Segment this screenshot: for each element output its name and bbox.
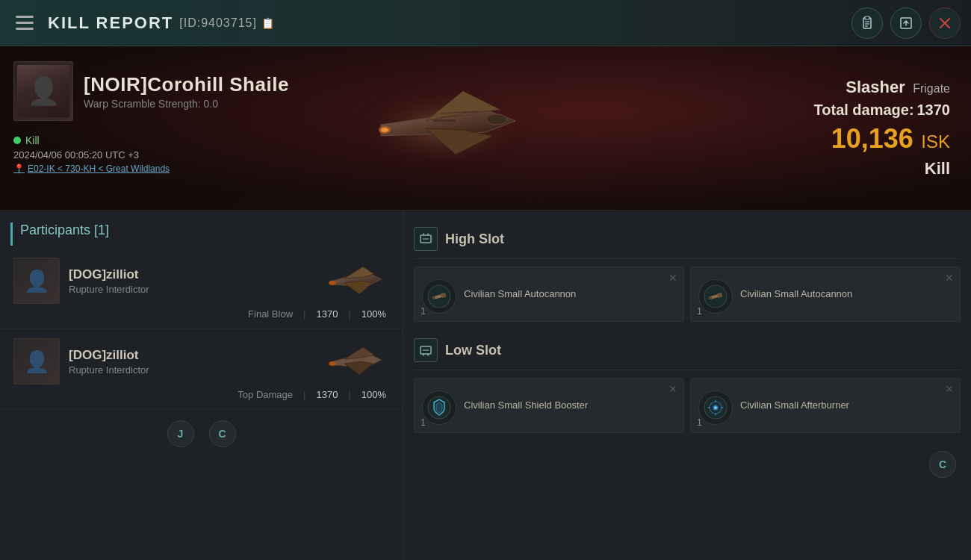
module-qty-1: 1 <box>421 306 426 317</box>
pilot-name: [NOIR]Corohill Shaile <box>84 73 289 96</box>
low-slot-modules: 1 Civilian Small Shield Booster ✕ 1 <box>414 378 961 433</box>
participants-panel: Participants [1] [DOG]zilliot Rupture In… <box>0 211 403 560</box>
ship-classification: Slasher Frigate <box>814 78 950 97</box>
participant-damage-2: 1370 <box>316 389 338 400</box>
kill-result: Kill <box>814 159 950 178</box>
header-bar: KILL REPORT [ID:9403715] 📋 <box>0 0 971 46</box>
ship-icon-1 <box>322 261 389 302</box>
participant-pct-1: 100% <box>362 308 386 320</box>
location-pin-icon: 📍 <box>13 164 25 174</box>
participant-info-1: [DOG]zilliot Rupture Interdictor <box>69 267 313 295</box>
participant-ship-icon-2 <box>322 341 389 382</box>
high-slot-label: High Slot <box>445 231 504 247</box>
module-name-autocannon-2: Civilian Small Autocannon <box>740 287 852 301</box>
high-slot-icon <box>414 227 438 251</box>
close-icon <box>938 16 952 30</box>
participant-role-1: Final Blow <box>248 308 293 320</box>
low-slot-label: Low Slot <box>445 343 501 358</box>
module-qty-3: 1 <box>421 417 426 428</box>
participant-card: [DOG]zilliot Rupture Interdictor <box>0 249 403 329</box>
kill-badge: Kill <box>13 134 315 146</box>
participants-title: Participants [1] <box>20 223 109 237</box>
clipboard-button[interactable] <box>851 7 883 39</box>
svg-rect-1 <box>865 16 869 19</box>
low-slot-icon <box>414 338 438 362</box>
module-close-1[interactable]: ✕ <box>668 272 677 284</box>
module-name-shield-booster: Civilian Small Shield Booster <box>464 399 588 412</box>
high-slot-section: High Slot 1 Civilian Small Autocannon <box>403 221 971 332</box>
export-button[interactable] <box>890 7 922 39</box>
copy-icon[interactable]: 📋 <box>261 17 274 29</box>
module-card-autocannon-1: 1 Civilian Small Autocannon ✕ <box>414 267 684 322</box>
shield-booster-icon <box>426 395 452 420</box>
module-icon-shield-booster <box>422 391 456 425</box>
pilot-info: [NOIR]Corohill Shaile Warp Scramble Stre… <box>84 73 289 110</box>
header-actions <box>851 7 961 39</box>
module-card-autocannon-2: 1 Civilian Small Autocannon ✕ <box>690 267 961 322</box>
isk-label: ISK <box>921 131 950 152</box>
module-close-2[interactable]: ✕ <box>945 272 954 284</box>
kill-dot <box>13 137 21 144</box>
total-damage-value: 1370 <box>917 102 951 118</box>
participant-top-1: [DOG]zilliot Rupture Interdictor <box>13 258 389 304</box>
participant-stats-2: Top Damage | 1370 | 100% <box>13 389 389 400</box>
pilot-row: [NOIR]Corohill Shaile Warp Scramble Stre… <box>13 61 315 121</box>
ship-name: Slasher <box>846 78 905 96</box>
svg-point-10 <box>381 128 388 132</box>
hero-section: [NOIR]Corohill Shaile Warp Scramble Stre… <box>0 46 971 211</box>
pagination-row: J C <box>0 410 403 458</box>
page-btn-c[interactable]: C <box>209 420 236 447</box>
svg-point-11 <box>486 114 507 125</box>
svg-point-34 <box>715 407 717 409</box>
module-close-3[interactable]: ✕ <box>668 383 677 395</box>
svg-point-15 <box>329 281 336 285</box>
autocannon-icon-2 <box>703 284 728 309</box>
module-qty-2: 1 <box>697 306 702 317</box>
total-damage-label: Total damage: <box>814 102 914 118</box>
ship-image <box>321 69 560 188</box>
location-link[interactable]: 📍 E02-IK < 730-KH < Great Wildlands <box>13 164 315 174</box>
module-icon-autocannon-1 <box>422 279 456 314</box>
warp-scramble: Warp Scramble Strength: 0.0 <box>84 98 289 110</box>
timestamp: 2024/04/06 00:05:20 UTC +3 <box>13 149 315 161</box>
participant-damage-1: 1370 <box>316 308 338 320</box>
module-name-afterburner: Civilian Small Afterburner <box>740 399 849 412</box>
module-card-afterburner: 1 <box>690 378 961 433</box>
page-btn-j[interactable]: J <box>167 420 194 447</box>
svg-point-26 <box>709 296 712 299</box>
ship-type: Frigate <box>913 82 950 95</box>
low-slot-svg <box>418 343 433 358</box>
modules-panel: High Slot 1 Civilian Small Autocannon <box>403 211 971 560</box>
high-slot-svg <box>418 231 433 246</box>
participant-role-2: Top Damage <box>238 389 293 400</box>
participant-ship-icon-1 <box>322 261 389 302</box>
participant-name-2[interactable]: [DOG]zilliot <box>69 348 313 363</box>
high-slot-modules: 1 Civilian Small Autocannon ✕ 1 <box>414 267 961 322</box>
close-button[interactable] <box>929 7 961 39</box>
kill-id: [ID:9403715] <box>179 16 257 30</box>
module-icon-afterburner <box>698 391 733 425</box>
module-icon-autocannon-2 <box>698 279 733 314</box>
module-name-autocannon-1: Civilian Small Autocannon <box>464 287 576 301</box>
high-slot-header: High Slot <box>414 221 961 259</box>
participant-avatar-2 <box>13 338 60 385</box>
isk-row: 10,136 ISK <box>814 123 950 155</box>
participant-pct-2: 100% <box>362 389 386 400</box>
participant-card-2: [DOG]zilliot Rupture Interdictor Top Dam… <box>0 329 403 410</box>
modules-page-btn[interactable]: C <box>929 451 956 478</box>
menu-button[interactable] <box>10 9 39 37</box>
low-slot-header: Low Slot <box>414 332 961 370</box>
avatar-face <box>17 65 69 117</box>
page-title: KILL REPORT <box>48 13 173 33</box>
participant-name-1[interactable]: [DOG]zilliot <box>69 267 313 282</box>
participant-avatar-1 <box>13 258 60 304</box>
kill-label: Kill <box>25 134 40 146</box>
svg-point-22 <box>432 296 435 299</box>
svg-rect-14 <box>433 119 456 122</box>
clipboard-icon <box>860 16 875 31</box>
total-damage: Total damage: 1370 <box>814 102 950 119</box>
location-text: E02-IK < 730-KH < Great Wildlands <box>28 164 170 174</box>
module-close-4[interactable]: ✕ <box>945 383 954 395</box>
isk-value: 10,136 <box>831 123 913 154</box>
export-icon <box>899 16 913 31</box>
